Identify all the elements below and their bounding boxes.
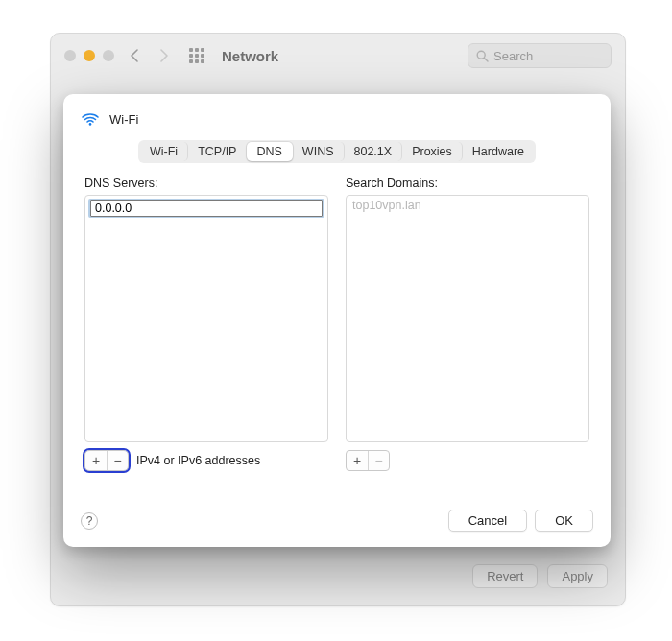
search-field[interactable]: Search [468, 43, 612, 68]
wifi-icon [81, 109, 100, 129]
search-domains-list[interactable]: top10vpn.lan [346, 195, 589, 442]
dns-servers-label: DNS Servers: [84, 177, 328, 190]
dns-add-remove: + − [84, 450, 129, 471]
window-titlebar: Network Search [51, 34, 625, 78]
sheet-footer: ? Cancel OK [63, 498, 611, 547]
dns-servers-column: DNS Servers: + − IPv4 or IPv6 addresses [84, 177, 328, 498]
tab-hardware[interactable]: Hardware [463, 142, 534, 161]
search-domains-column: Search Domains: top10vpn.lan + − [346, 177, 589, 498]
tab-8021x[interactable]: 802.1X [345, 142, 403, 161]
apply-button[interactable]: Apply [547, 564, 608, 588]
minimize-dot[interactable] [84, 50, 95, 61]
tab-dns[interactable]: DNS [247, 142, 292, 161]
background-buttons: Revert Apply [472, 564, 608, 588]
dns-entry-selected[interactable] [88, 199, 324, 218]
network-advanced-sheet: Wi-Fi Wi-Fi TCP/IP DNS WINS 802.1X Proxi… [63, 94, 611, 547]
help-button[interactable]: ? [81, 512, 98, 530]
forward-button[interactable] [153, 45, 176, 66]
dns-servers-list[interactable] [84, 195, 328, 442]
search-placeholder: Search [493, 49, 533, 63]
domain-add-remove: + − [346, 450, 390, 471]
sheet-header: Wi-Fi [63, 94, 611, 134]
all-prefs-icon[interactable] [189, 48, 204, 63]
tab-proxies[interactable]: Proxies [402, 142, 463, 161]
search-domain-item[interactable]: top10vpn.lan [347, 196, 588, 215]
back-button[interactable] [122, 45, 145, 66]
sheet-title: Wi-Fi [109, 112, 138, 127]
revert-button[interactable]: Revert [472, 564, 538, 588]
advanced-tabs: Wi-Fi TCP/IP DNS WINS 802.1X Proxies Har… [138, 140, 536, 163]
traffic-lights [64, 50, 114, 61]
zoom-dot[interactable] [103, 50, 114, 61]
window-title: Network [222, 48, 278, 64]
dns-add-button[interactable]: + [85, 451, 107, 470]
dns-hint: IPv4 or IPv6 addresses [136, 454, 260, 467]
tab-wifi[interactable]: Wi-Fi [140, 142, 188, 161]
search-icon [476, 50, 489, 62]
tab-tcpip[interactable]: TCP/IP [188, 142, 247, 161]
close-dot[interactable] [64, 50, 76, 61]
dns-entry-input[interactable] [90, 200, 323, 217]
tab-wins[interactable]: WINS [293, 142, 345, 161]
svg-point-2 [89, 123, 92, 126]
domain-add-button[interactable]: + [347, 451, 368, 470]
search-domains-label: Search Domains: [346, 177, 589, 190]
dns-remove-button[interactable]: − [107, 451, 128, 470]
domain-remove-button: − [368, 451, 389, 470]
svg-line-1 [484, 58, 488, 61]
cancel-button[interactable]: Cancel [448, 510, 527, 532]
ok-button[interactable]: OK [535, 510, 593, 532]
